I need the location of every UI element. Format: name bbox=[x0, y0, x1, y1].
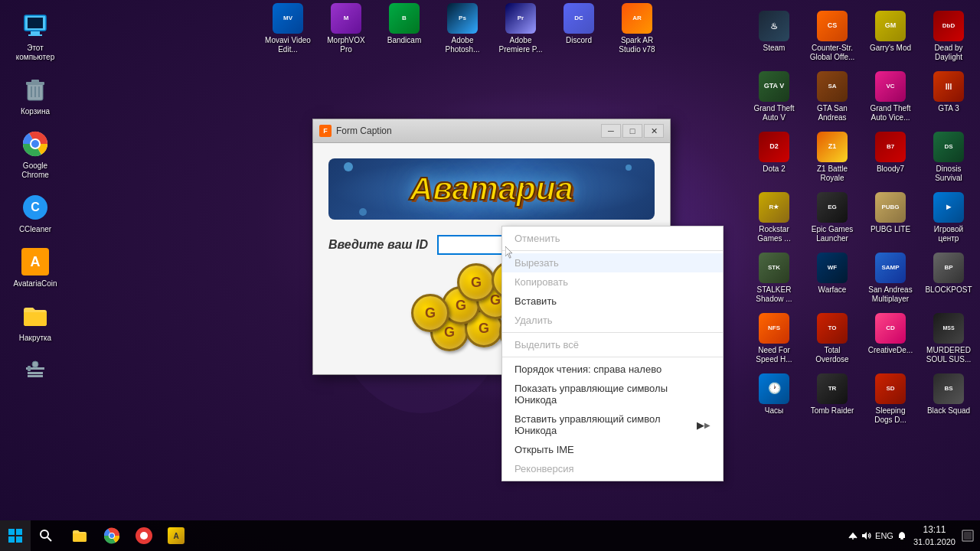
desktop-icon-blockpost[interactable]: BP BLOCKPOST bbox=[921, 249, 976, 298]
desktop-icon-warface[interactable]: WF Warface bbox=[805, 249, 860, 298]
desktop-icon-nakrutka-folder[interactable]: Накрутка bbox=[8, 298, 63, 346]
svg-rect-38 bbox=[964, 532, 972, 540]
desktop-icon-avataria-coin[interactable]: A AvatariaCoin bbox=[8, 243, 63, 292]
desktop-icon-morphvox[interactable]: M MorphVOX Pro bbox=[318, 0, 374, 57]
desktop-icon-tools[interactable] bbox=[8, 352, 63, 391]
ctx-item-reconversion[interactable]: Реконверсия bbox=[502, 459, 723, 478]
pubg-game-icon: PUBG bbox=[875, 192, 906, 223]
desktop-icon-sleeping-dogs[interactable]: SD Sleeping Dogs D... bbox=[863, 370, 918, 428]
close-button[interactable]: ✕ bbox=[644, 124, 664, 138]
ctx-item-cut[interactable]: Вырезать bbox=[502, 253, 723, 272]
desktop-icon-murdered[interactable]: MSS MURDERED SOUL SUS... bbox=[921, 310, 976, 367]
desktop-icon-dinosis[interactable]: DS Dinosis Survival bbox=[921, 129, 976, 186]
ctx-item-cancel[interactable]: Отменить bbox=[502, 229, 723, 248]
ctx-item-open-ime[interactable]: Открыть IME bbox=[502, 440, 723, 459]
desktop-icon-gta5[interactable]: GTA V Grand Theft Auto V bbox=[746, 68, 802, 126]
desktop-icon-dota2[interactable]: D2 Dota 2 bbox=[746, 129, 802, 177]
desktop-icon-gtasa[interactable]: SA GTA San Andreas bbox=[805, 68, 860, 126]
desktop-icon-nfs[interactable]: NFS Need For Speed H... bbox=[746, 310, 802, 367]
taskbar-file-explorer[interactable] bbox=[64, 520, 95, 551]
nakrutka-label: Накрутка bbox=[19, 334, 51, 343]
window-titlebar: F Form Caption ─ □ ✕ bbox=[313, 119, 670, 143]
desktop-icon-gta3[interactable]: III GTA 3 bbox=[921, 68, 976, 116]
premiere-label: Adobe Premiere P... bbox=[496, 36, 545, 54]
desktop-icon-total-overdose[interactable]: TO Total Overdose bbox=[805, 310, 860, 367]
desktop-icon-photoshop[interactable]: Ps Adobe Photosh... bbox=[435, 0, 490, 57]
start-button[interactable] bbox=[0, 520, 31, 551]
my-computer-label: Этоткомпьютер bbox=[16, 44, 54, 62]
svg-marker-35 bbox=[862, 532, 867, 540]
taskbar-chrome[interactable] bbox=[96, 520, 127, 551]
maximize-button[interactable]: □ bbox=[622, 124, 642, 138]
desktop-icon-discord[interactable]: DC Discord bbox=[551, 0, 606, 57]
desktop-icon-rockstar[interactable]: R★ Rockstar Games ... bbox=[746, 189, 802, 246]
desktop-icon-premiere[interactable]: Pr Adobe Premiere P... bbox=[493, 0, 548, 57]
avataria-logo-text: Аватариа bbox=[410, 171, 573, 207]
photoshop-icon: Ps bbox=[447, 3, 478, 34]
ctx-item-unicode-chars[interactable]: Показать управляющие символы Юникода bbox=[502, 379, 723, 409]
search-button[interactable] bbox=[31, 520, 61, 551]
desktop-icon-cs[interactable]: CS Counter-Str. Global Offe... bbox=[805, 8, 860, 65]
svg-point-34 bbox=[852, 538, 854, 540]
desktop-icon-bandicam[interactable]: B Bandicam bbox=[377, 0, 432, 57]
minimize-button[interactable]: ─ bbox=[601, 124, 621, 138]
desktop-icon-my-computer[interactable]: Этоткомпьютер bbox=[8, 8, 63, 65]
ccleaner-icon: C bbox=[21, 194, 49, 221]
context-menu: Отменить Вырезать Копировать Вставить Уд… bbox=[501, 226, 724, 481]
language-indicator[interactable]: ENG bbox=[875, 531, 893, 540]
chrome-label: GoogleChrome bbox=[21, 161, 49, 180]
desktop-icon-gtavc[interactable]: VC Grand Theft Auto Vice... bbox=[863, 68, 918, 126]
taskbar-running-apps: A bbox=[61, 520, 191, 551]
ctx-item-delete[interactable]: Удалить bbox=[502, 311, 723, 330]
spark-label: Spark AR Studio v78 bbox=[612, 36, 662, 54]
svg-rect-22 bbox=[28, 372, 43, 374]
discord-label: Discord bbox=[566, 36, 592, 45]
svg-line-30 bbox=[47, 537, 51, 541]
desktop-icon-pubg[interactable]: PUBG PUBG LITE bbox=[863, 189, 918, 237]
desktop: MV Movavi Video Edit... M MorphVOX Pro B… bbox=[0, 0, 980, 551]
desktop-icon-ccleaner[interactable]: C CCleaner bbox=[8, 189, 63, 237]
desktop-icon-movavi[interactable]: MV Movavi Video Edit... bbox=[260, 0, 315, 57]
taskbar-avataria[interactable]: A bbox=[161, 520, 191, 551]
desktop-icon-bloody7[interactable]: B7 Bloody7 bbox=[863, 129, 918, 177]
desktop-icon-creative[interactable]: CD CreativeDe... bbox=[863, 310, 918, 358]
ctx-item-paste[interactable]: Вставить bbox=[502, 292, 723, 311]
desktop-icon-games-center[interactable]: ▶ Игровой центр bbox=[921, 189, 976, 246]
desktop-icon-recycle-bin[interactable]: Корзина bbox=[8, 71, 63, 119]
ctx-arrow-icon: ▶ bbox=[697, 419, 704, 431]
ctx-item-select-all[interactable]: Выделить всё bbox=[502, 335, 723, 354]
ctx-item-rtl[interactable]: Порядок чтения: справа налево bbox=[502, 360, 723, 379]
desktop-icon-steam[interactable]: ♨ Steam bbox=[746, 8, 802, 56]
desktop-icon-z1[interactable]: Z1 Z1 Battle Royale bbox=[805, 129, 860, 186]
desktop-icon-clock[interactable]: 🕐 Часы bbox=[746, 370, 802, 419]
desktop-icon-black-squad[interactable]: BS Black Squad bbox=[921, 370, 976, 419]
desktop-icon-samp[interactable]: SAMP San Andreas Multiplayer bbox=[863, 249, 918, 307]
morphvox-label: MorphVOX Pro bbox=[322, 36, 371, 54]
network-icon bbox=[848, 530, 858, 541]
desktop-icon-dead-daylight[interactable]: DbD Dead by Daylight bbox=[921, 8, 976, 65]
gtasa-game-icon: SA bbox=[817, 71, 848, 102]
left-desktop-icons: Этоткомпьютер Корзина bbox=[8, 8, 69, 391]
sleeping-game-icon: SD bbox=[875, 373, 906, 404]
ctx-item-copy[interactable]: Копировать bbox=[502, 272, 723, 292]
taskbar: A ENG 13: bbox=[0, 520, 980, 551]
dota-game-icon: D2 bbox=[759, 132, 789, 162]
desktop-icon-spark[interactable]: AR Spark AR Studio v78 bbox=[609, 0, 665, 57]
desktop-icon-epic[interactable]: EG Epic Games Launcher bbox=[805, 189, 860, 246]
show-desktop-icon[interactable] bbox=[962, 530, 974, 542]
premiere-icon: Pr bbox=[505, 3, 536, 34]
ctx-item-unicode-insert[interactable]: Вставить управляющий символ Юникода ▶ bbox=[502, 409, 723, 440]
avataria-coin-icon: A bbox=[21, 248, 49, 276]
svg-rect-28 bbox=[16, 536, 22, 543]
ctx-reconversion-label: Реконверсия bbox=[514, 463, 574, 474]
system-tray: ENG bbox=[848, 530, 907, 541]
taskbar-record[interactable] bbox=[129, 520, 159, 551]
pc-icon bbox=[21, 12, 49, 40]
discord-icon: DC bbox=[564, 3, 594, 34]
desktop-icon-garrys[interactable]: GM Garry's Mod bbox=[863, 8, 918, 56]
desktop-icon-stalker[interactable]: STK STALKER Shadow ... bbox=[746, 249, 802, 307]
desktop-icon-tomb-raider[interactable]: TR Tomb Raider bbox=[805, 370, 860, 419]
desktop-icon-google-chrome[interactable]: GoogleChrome bbox=[8, 126, 63, 183]
chrome-icon bbox=[21, 130, 49, 158]
system-clock[interactable]: 13:11 31.01.2020 bbox=[913, 524, 956, 547]
